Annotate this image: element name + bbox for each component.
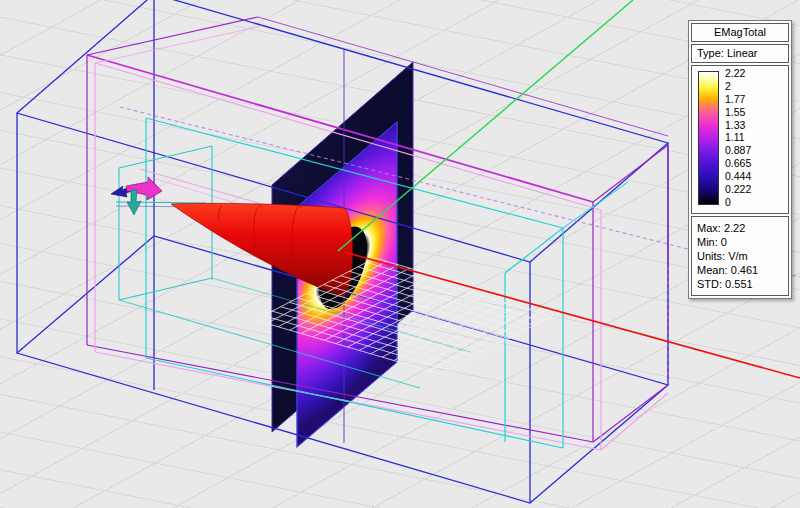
feed-arrow-down (127, 190, 141, 215)
stat-row: STD: 0.551 (697, 277, 786, 291)
scale-tick: 1.11 (725, 132, 751, 143)
scale-tick: 1.77 (725, 94, 751, 105)
scale-tick: 0.444 (725, 171, 751, 182)
legend-title: EMagTotal (691, 23, 789, 42)
scale-tick: 0 (725, 197, 751, 208)
stat-row: Max: 2.22 (697, 221, 786, 235)
legend-stats: Max: 2.22Min: 0Units: V/mMean: 0.461STD:… (691, 216, 789, 296)
results-legend[interactable]: EMagTotal Type: Linear 2.2221.771.551.33… (688, 20, 792, 299)
scale-tick: 0.222 (725, 184, 751, 195)
scale-tick: 2.22 (725, 68, 751, 79)
stat-row: Min: 0 (697, 235, 786, 249)
colorbar-gradient (698, 71, 719, 205)
legend-colorbar: 2.2221.771.551.331.110.8870.6650.4440.22… (691, 65, 789, 214)
scale-tick: 0.665 (725, 158, 751, 169)
stat-row: Mean: 0.461 (697, 263, 786, 277)
scale-tick: 0.887 (725, 145, 751, 156)
scale-tick: 1.33 (725, 120, 751, 131)
scale-tick: 2 (725, 81, 751, 92)
colorbar-ticks: 2.2221.771.551.331.110.8870.6650.4440.22… (725, 68, 751, 208)
excitation-cone[interactable] (171, 203, 353, 296)
scale-tick: 1.55 (725, 107, 751, 118)
legend-type: Type: Linear (691, 44, 789, 63)
scene-3d[interactable] (0, 0, 800, 508)
simulation-viewport[interactable]: EMagTotal Type: Linear 2.2221.771.551.33… (0, 0, 800, 508)
stat-row: Units: V/m (697, 249, 786, 263)
